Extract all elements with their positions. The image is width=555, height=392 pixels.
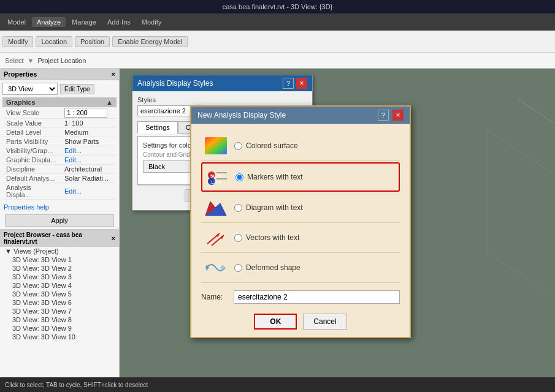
colored-surface-option[interactable]: Colored surface	[234, 141, 298, 150]
markers-with-text-radio[interactable]	[235, 173, 243, 181]
modal-overlay: Analysis Display Styles ? × Styles × Set…	[120, 69, 555, 377]
enable-energy-button[interactable]: Enable Energy Model	[112, 36, 188, 47]
svg-marker-21	[220, 265, 225, 271]
prop-value[interactable]: Edit...	[61, 156, 117, 165]
list-item[interactable]: 3D View: 3D View 1	[0, 255, 119, 264]
colored-surface-radio[interactable]	[234, 142, 242, 150]
ribbon: Model Analyze Manage Add-Ins Modify	[0, 13, 555, 31]
prop-label: Graphic Displa...	[2, 156, 61, 165]
properties-area: 3D View Edit Type Graphics ▲ View Scale …	[0, 80, 119, 202]
svg-text:1234: 1234	[210, 179, 221, 185]
diagram-icon	[204, 197, 228, 219]
nads-close-button[interactable]: ×	[392, 110, 404, 121]
vectors-icon	[204, 227, 228, 249]
deformed-shape-label: Deformed shape	[246, 263, 300, 272]
view-type-dropdown[interactable]: 3D View	[2, 83, 58, 95]
list-item[interactable]: 3D View: 3D View 3	[0, 273, 119, 281]
prop-value: Solar Radiati...	[61, 174, 117, 183]
prop-label: Detail Level	[2, 128, 61, 137]
table-row: Discipline Architectural	[2, 165, 117, 174]
ribbon-tab-analyze[interactable]: Analyze	[32, 17, 66, 27]
tree-item-views[interactable]: ▼ Views (Project)	[0, 247, 119, 255]
ads-close-button[interactable]: ×	[296, 78, 307, 89]
svg-marker-17	[216, 233, 220, 238]
prop-label: Visibility/Grap...	[2, 146, 61, 156]
nads-title-bar: New Analysis Display Style ? ×	[191, 107, 410, 124]
project-browser-header: Project Browser - casa bea finalervt.rvt…	[0, 230, 119, 247]
list-item[interactable]: 3D View: 3D View 7	[0, 307, 119, 315]
graphics-expand-icon[interactable]: ▲	[106, 99, 113, 106]
vectors-with-text-label: Vectors with text	[246, 233, 299, 242]
prop-label: Discipline	[2, 165, 61, 174]
ribbon-tab-model[interactable]: Model	[2, 17, 31, 27]
apply-button[interactable]: Apply	[5, 214, 114, 227]
ribbon-tab-addins[interactable]: Add-Ins	[102, 17, 136, 27]
vectors-with-text-option[interactable]: Vectors with text	[234, 233, 299, 242]
list-item[interactable]: 3D View: 3D View 2	[0, 264, 119, 273]
graphics-section-header: Graphics ▲	[2, 97, 117, 107]
status-bar: Click to select, TAB to cycle, SHIFT+cli…	[0, 377, 555, 392]
project-browser-close-icon[interactable]: ×	[112, 235, 115, 242]
nads-title: New Analysis Display Style	[197, 111, 286, 119]
ads-dialog-title: Analysis Display Styles	[137, 79, 213, 88]
view-selector-row: 3D View Edit Type	[2, 83, 117, 95]
svg-marker-19	[221, 235, 224, 239]
prop-value[interactable]: Edit...	[61, 183, 117, 200]
nads-help-button[interactable]: ?	[378, 110, 389, 121]
markers-icon: 5678 1234	[205, 166, 229, 188]
diagram-with-text-radio[interactable]	[234, 204, 242, 212]
ribbon-tab-manage[interactable]: Manage	[67, 17, 101, 27]
location-button[interactable]: Location	[36, 36, 72, 47]
ads-styles-label: Styles	[137, 96, 307, 104]
left-panel: Properties × 3D View Edit Type Graphics …	[0, 69, 120, 377]
prop-value	[61, 107, 117, 119]
prop-value: Medium	[61, 128, 117, 137]
status-text: Click to select, TAB to cycle, SHIFT+cli…	[5, 382, 148, 388]
list-item[interactable]: 3D View: 3D View 4	[0, 281, 119, 290]
project-location-label[interactable]: Project Location	[37, 57, 86, 64]
modify-button[interactable]: Modify	[2, 36, 33, 47]
option-diagram-with-text: Diagram with text	[201, 193, 400, 223]
diagram-with-text-option[interactable]: Diagram with text	[234, 203, 303, 212]
properties-help-link[interactable]: Properties help	[0, 202, 119, 212]
nads-button-row: OK Cancel	[201, 314, 400, 330]
prop-label: Analysis Displa...	[2, 183, 61, 200]
tab-settings[interactable]: Settings	[137, 121, 178, 134]
list-item[interactable]: 3D View: 3D View 9	[0, 324, 119, 333]
title-text: casa bea finalervt.rvt - 3D View: {3D}	[223, 3, 333, 10]
new-analysis-display-style-dialog: New Analysis Display Style ? ×	[190, 105, 411, 338]
colored-surface-icon	[204, 135, 228, 157]
properties-table: View Scale Scale Value 1: 100 Detail Lev…	[2, 107, 117, 200]
vectors-with-text-radio[interactable]	[234, 234, 242, 242]
list-item[interactable]: 3D View: 3D View 8	[0, 315, 119, 324]
deformed-shape-radio[interactable]	[234, 264, 242, 272]
graphics-label: Graphics	[6, 99, 36, 106]
list-item[interactable]: 3D View: 3D View 6	[0, 298, 119, 307]
edit-type-button[interactable]: Edit Type	[60, 84, 94, 94]
prop-label: Default Analys...	[2, 174, 61, 183]
properties-label: Properties	[4, 70, 37, 78]
list-item[interactable]: 3D View: 3D View 10	[0, 333, 119, 341]
prop-value[interactable]: Edit...	[61, 146, 117, 156]
position-button[interactable]: Position	[75, 36, 110, 47]
table-row: Visibility/Grap... Edit...	[2, 146, 117, 156]
toolbar2: Select ▼ Project Location	[0, 53, 555, 69]
markers-with-text-option[interactable]: Markers with text	[235, 173, 303, 181]
prop-label: Parts Visibility	[2, 137, 61, 146]
nads-ok-button[interactable]: OK	[254, 314, 297, 330]
table-row: Parts Visibility Show Parts	[2, 137, 117, 146]
nads-cancel-button[interactable]: Cancel	[303, 314, 346, 330]
table-row: Analysis Displa... Edit...	[2, 183, 117, 200]
properties-close-icon[interactable]: ×	[112, 70, 115, 78]
ads-help-button[interactable]: ?	[283, 78, 294, 89]
prop-value: 1: 100	[61, 119, 117, 128]
name-input[interactable]	[234, 290, 400, 304]
view-scale-input[interactable]	[64, 108, 107, 118]
deformed-shape-option[interactable]: Deformed shape	[234, 263, 300, 272]
ribbon-tab-modify[interactable]: Modify	[137, 17, 166, 27]
prop-value: Show Parts	[61, 137, 117, 146]
title-bar: casa bea finalervt.rvt - 3D View: {3D}	[0, 0, 555, 13]
list-item[interactable]: 3D View: 3D View 5	[0, 290, 119, 298]
table-row: Scale Value 1: 100	[2, 119, 117, 128]
option-colored-surface: Colored surface	[201, 131, 400, 161]
